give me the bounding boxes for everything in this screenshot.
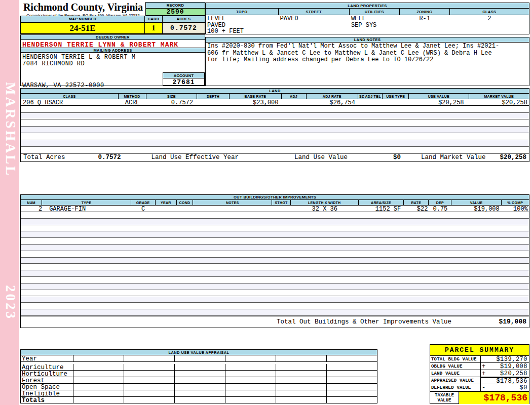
empty-table-row <box>21 106 529 113</box>
col-base-rate: BASE RATE <box>230 94 281 99</box>
ob-num: 2 <box>21 206 42 212</box>
empty-table-row <box>21 238 529 245</box>
ob-dep: 0.75 <box>429 206 451 212</box>
empty-table-row <box>21 309 529 316</box>
land-properties-values: LEVEL PAVED 100 + FEET PAVED WELL SEP SY… <box>206 15 529 34</box>
empty-table-row <box>21 127 529 134</box>
land-market-value-total: $20,258 <box>486 154 529 161</box>
map-number-label: MAP NUMBER <box>20 16 145 22</box>
summary-row-total-bldg: TOTAL BLDG VALUE $139,270 <box>430 356 529 363</box>
total-acres-label: Total Acres <box>21 154 65 161</box>
col-market-value: MARKET VALUE <box>469 94 529 99</box>
empty-table-row <box>21 119 529 127</box>
empty-table-row <box>21 290 529 297</box>
total-acres-value: 0.7572 <box>65 154 121 161</box>
land-use-value: $20,258 <box>409 99 469 105</box>
utilities-value: WELL <box>350 15 400 22</box>
taxable-value: $178,536 <box>459 392 529 404</box>
card-value: 1 <box>145 22 163 34</box>
county-title: Richmond County, Virginia <box>21 2 145 13</box>
empty-table-row <box>21 140 529 147</box>
col-dep: DEP <box>429 200 451 206</box>
col-street: STREET <box>279 9 350 15</box>
land-table-section: LAND CLASS METHOD SIZE DEPTH BASE RATE A… <box>20 88 529 162</box>
lua-row-horticulture: Horticulture <box>21 371 377 377</box>
col-sz-adj-tbl: SZ ADJ TBL <box>358 94 383 99</box>
col-sthgt: STHGT <box>272 200 290 206</box>
ob-pct-comp: 100% <box>502 206 529 212</box>
street-value <box>279 22 350 28</box>
empty-table-row <box>21 264 529 270</box>
land-properties-section: LAND PROPERTIES TOPO STREET UTILITIES ZO… <box>205 3 529 34</box>
zoning-value: R-1 <box>400 15 450 22</box>
empty-table-row <box>21 277 529 284</box>
land-properties-title: LAND PROPERTIES <box>206 3 529 9</box>
land-table-title: LAND <box>21 89 529 94</box>
mailing-line: HENDERSON TERRIE L & ROBERT M <box>21 54 205 60</box>
ob-length-width: 32 X 36 <box>291 206 359 212</box>
parcel-summary-title: PARCEL SUMMARY <box>430 345 529 356</box>
owner-section: DEEDED OWNER HENDERSON TERRIE LYNN & ROB… <box>20 34 205 86</box>
effective-year-label: Land Use Effective Year <box>121 154 239 161</box>
col-adj-rate: ADJ RATE <box>307 94 358 99</box>
out-buildings-total-value: $19,008 <box>451 318 529 326</box>
summary-row-obldg: OBLDG VALUE +$19,008 <box>430 363 529 370</box>
street-value <box>279 28 350 34</box>
land-note-line: for life; Mailing address changed per De… <box>206 57 529 64</box>
col-length-width: LENGTH X WIDTH <box>291 200 359 206</box>
ob-type: GARAGE-FIN <box>42 206 131 212</box>
empty-table-row <box>21 231 529 238</box>
summary-row-deferred: DEFERRED VALUE -$0 <box>430 384 529 391</box>
lua-row-ineligible: Ineligible <box>21 390 377 397</box>
class-value: 2 <box>450 15 529 22</box>
record-box: RECORD 2590 <box>145 2 205 16</box>
col-cond: COND <box>177 200 193 206</box>
lua-row-forest: Forest <box>21 377 377 384</box>
land-note-line: Ins #2020-830 from Fed'l Nat'l Mort Asso… <box>206 43 529 50</box>
land-notes-title: LAND NOTES <box>206 37 529 43</box>
ob-grade: C <box>131 206 156 212</box>
empty-table-row <box>21 270 529 277</box>
out-buildings-empty-rows <box>21 212 529 316</box>
land-totals-row: Total Acres 0.7572 Land Use Effective Ye… <box>21 154 529 162</box>
sidebar-tax-year: 2023 <box>3 285 18 320</box>
out-buildings-total-label: Total Out Buildings & Other Improvements… <box>21 318 451 326</box>
deeded-owner-label: DEEDED OWNER <box>21 35 205 40</box>
topo-value: LEVEL <box>206 15 279 22</box>
acres-value: 0.7572 <box>163 22 205 34</box>
empty-table-row <box>21 113 529 120</box>
empty-table-row <box>21 258 529 264</box>
summary-row-land: LAND VALUE +$20,258 <box>430 370 529 377</box>
appraised-value: $178,536 <box>487 378 529 385</box>
col-year: YEAR <box>156 200 177 206</box>
lua-row-open-space: Open Space <box>21 384 377 390</box>
obldg-value: $19,008 <box>487 363 529 370</box>
land-properties-column-headers: TOPO STREET UTILITIES ZONING CLASS <box>206 9 529 15</box>
col-depth: DEPTH <box>197 94 230 99</box>
land-base-rate: $23,000 <box>230 99 281 105</box>
deeded-owner-name: HENDERSON TERRIE LYNN & ROBERT MARK <box>21 40 205 48</box>
empty-table-row <box>21 225 529 232</box>
col-num: NUM <box>21 200 42 206</box>
col-grade: GRADE <box>131 200 156 206</box>
land-use-appraisal-section: LAND USE VALUE APPRAISAL Year Agricultur… <box>20 349 377 403</box>
col-rate: RATE <box>404 200 429 206</box>
land-use-value-total: $0 <box>348 154 401 161</box>
account-box: ACCOUNT 27681 <box>163 72 205 86</box>
street-value: PAVED <box>279 15 350 22</box>
col-area-size: AREA/SIZE <box>359 200 404 206</box>
land-value: $20,258 <box>487 370 529 377</box>
account-label: ACCOUNT <box>163 72 205 78</box>
col-use-value: USE VALUE <box>409 94 469 99</box>
land-market-value-label: Land Market Value <box>401 154 486 161</box>
land-class: 206 Q HSACR <box>21 99 119 105</box>
col-size: SIZE <box>146 94 197 99</box>
col-zoning: ZONING <box>400 9 450 15</box>
land-method: ACRE <box>119 99 146 105</box>
empty-table-row <box>21 245 529 251</box>
col-class: CLASS <box>450 9 529 15</box>
lua-row-year: Year <box>21 355 377 362</box>
deferred-value: $0 <box>487 384 529 391</box>
topo-value: PAVED <box>206 22 279 28</box>
out-buildings-column-headers: NUM TYPE GRADE YEAR COND NOTES STHGT LEN… <box>21 200 529 206</box>
